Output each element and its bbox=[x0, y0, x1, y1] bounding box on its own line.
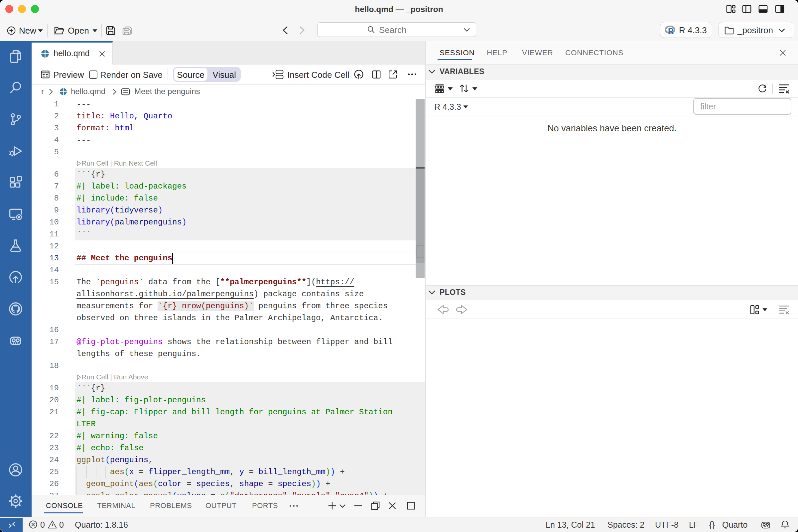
svg-text:R: R bbox=[668, 26, 673, 35]
